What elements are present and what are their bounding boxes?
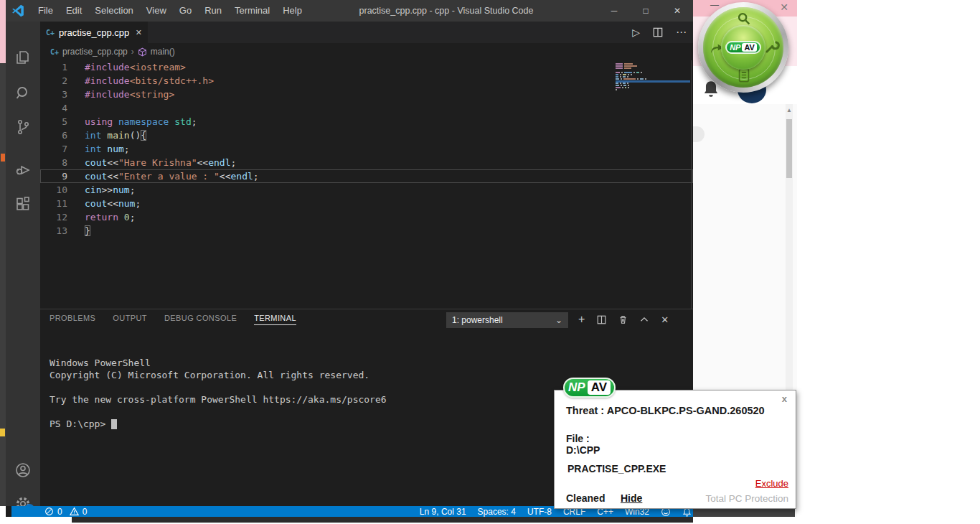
split-editor-icon[interactable] xyxy=(653,27,663,37)
npav-close-icon[interactable]: ✕ xyxy=(780,1,788,13)
line-number: 4 xyxy=(40,101,67,115)
line-text: int num; xyxy=(67,142,130,156)
line-text xyxy=(67,101,85,115)
cleaned-status: Cleaned xyxy=(566,492,605,504)
scrollbar-up-arrow[interactable]: ▲ xyxy=(786,106,793,115)
background-window-left-edge-bottom xyxy=(0,506,6,524)
tab-practise-cpp[interactable]: C+ practise_cpp.cpp ✕ xyxy=(40,22,148,43)
source-control-icon[interactable] xyxy=(14,118,32,136)
account-icon[interactable] xyxy=(14,462,32,479)
explorer-icon[interactable] xyxy=(14,49,32,66)
breadcrumb-symbol[interactable]: main() xyxy=(151,47,175,57)
status-item-utf-8[interactable]: UTF-8 xyxy=(527,507,552,517)
menu-view[interactable]: View xyxy=(140,0,173,22)
hide-link[interactable]: Hide xyxy=(621,492,642,504)
error-count: 0 xyxy=(57,507,62,517)
npav-dial-widget[interactable]: NP AV xyxy=(698,2,788,93)
npav-logo-av: AV xyxy=(742,43,756,52)
status-item-ln-9-col-31[interactable]: Ln 9, Col 31 xyxy=(420,507,466,517)
breadcrumb-file[interactable]: practise_cpp.cpp xyxy=(62,47,128,57)
popup-close-icon[interactable]: x xyxy=(782,393,787,404)
line-number: 8 xyxy=(40,156,67,169)
status-problems[interactable]: 0 0 xyxy=(44,507,87,517)
status-item-spaces-4[interactable]: Spaces: 4 xyxy=(478,507,516,517)
window-controls: ─ □ ✕ xyxy=(598,0,693,22)
breadcrumb-separator: › xyxy=(131,47,134,57)
code-line-2[interactable]: 2#include<bits/stdc++.h> xyxy=(40,74,693,88)
code-line-4[interactable]: 4 xyxy=(40,101,693,115)
menu-go[interactable]: Go xyxy=(173,0,198,22)
minimize-button[interactable]: ─ xyxy=(598,0,630,22)
line-number: 5 xyxy=(40,115,67,128)
line-number: 7 xyxy=(40,142,67,156)
tab-close-icon[interactable]: ✕ xyxy=(136,28,142,37)
menu-file[interactable]: File xyxy=(32,0,60,22)
panel-tab-debug-console[interactable]: DEBUG CONSOLE xyxy=(164,314,237,325)
kill-terminal-trash-icon[interactable] xyxy=(618,314,628,324)
search-icon[interactable] xyxy=(14,85,32,102)
file-path: D:\CPP xyxy=(566,444,600,456)
panel-tab-output[interactable]: OUTPUT xyxy=(113,314,147,325)
line-text: return 0; xyxy=(67,210,135,224)
line-text: int main(){ xyxy=(67,128,146,142)
npav-logo-av: AV xyxy=(588,380,611,395)
panel-tab-problems[interactable]: PROBLEMS xyxy=(50,314,95,325)
code-line-13[interactable]: 13} xyxy=(40,224,693,238)
split-terminal-icon[interactable] xyxy=(597,315,606,324)
line-number: 1 xyxy=(40,60,67,74)
npav-threat-popup: NP AV x Threat : APCO-BLKPC.PS-GAND.2605… xyxy=(554,390,796,509)
line-text: } xyxy=(67,224,90,238)
new-terminal-icon[interactable]: + xyxy=(578,313,585,326)
code-line-11[interactable]: 11cout<<num; xyxy=(40,197,693,210)
code-line-6[interactable]: 6int main(){ xyxy=(40,128,693,142)
cpp-file-icon: C+ xyxy=(50,48,59,56)
menu-list-icon[interactable] xyxy=(736,67,752,83)
tools-wrench-icon[interactable] xyxy=(763,39,781,57)
npav-minimize-icon[interactable]: — xyxy=(710,0,719,10)
scrollbar-thumb[interactable] xyxy=(786,119,792,178)
npav-dial-face: NP AV xyxy=(703,7,783,88)
run-debug-icon[interactable] xyxy=(14,162,32,179)
background-desktop-speck xyxy=(1,154,5,162)
error-icon xyxy=(44,507,54,516)
menu-selection[interactable]: Selection xyxy=(88,0,139,22)
editor-actions: ▷ ⋯ xyxy=(632,22,687,43)
npav-dial-center-button[interactable]: NP AV xyxy=(721,25,765,70)
code-line-10[interactable]: 10cin>>num; xyxy=(40,183,693,197)
code-line-5[interactable]: 5using namespace std; xyxy=(40,115,693,128)
shell-select[interactable]: 1: powershell ⌄ xyxy=(446,312,568,328)
code-line-8[interactable]: 8cout<<"Hare Krishna"<<endl; xyxy=(40,156,693,169)
menu-run[interactable]: Run xyxy=(198,0,228,22)
maximize-panel-chevron-icon[interactable] xyxy=(640,315,649,324)
panel-actions: + ✕ xyxy=(578,312,669,327)
minimap[interactable] xyxy=(616,63,690,149)
menu-terminal[interactable]: Terminal xyxy=(228,0,276,22)
run-button[interactable]: ▷ xyxy=(632,27,640,38)
code-line-1[interactable]: 1#include<iostream> xyxy=(40,60,693,74)
line-number: 12 xyxy=(40,210,67,224)
extensions-icon[interactable] xyxy=(14,196,32,213)
minimap-content xyxy=(616,63,690,91)
file-name: PRACTISE_CPP.EXE xyxy=(567,463,666,474)
minimap-current-line xyxy=(616,80,690,83)
menu-edit[interactable]: Edit xyxy=(60,0,88,22)
panel-tab-terminal[interactable]: TERMINAL xyxy=(254,314,296,325)
code-line-12[interactable]: 12return 0; xyxy=(40,210,693,224)
line-text: cout<<"Enter a value : "<<endl; xyxy=(67,169,259,183)
npav-logo: NP AV xyxy=(725,41,761,54)
close-panel-icon[interactable]: ✕ xyxy=(661,314,669,325)
terminal-line: Windows PowerShell xyxy=(50,357,681,369)
exclude-link[interactable]: Exclude xyxy=(755,478,788,489)
maximize-button[interactable]: □ xyxy=(630,0,661,22)
more-actions-icon[interactable]: ⋯ xyxy=(676,26,687,39)
code-line-9[interactable]: 9cout<<"Enter a value : "<<endl; xyxy=(40,169,693,183)
code-line-7[interactable]: 7int num; xyxy=(40,142,693,156)
line-text: cout<<num; xyxy=(67,197,141,210)
close-button[interactable]: ✕ xyxy=(661,0,693,22)
line-text: #include<string> xyxy=(67,88,174,101)
background-window-left-edge xyxy=(0,0,6,63)
scan-magnifier-icon[interactable] xyxy=(736,11,752,27)
code-line-3[interactable]: 3#include<string> xyxy=(40,88,693,101)
npav-logo-np: NP xyxy=(730,43,740,52)
code-editor[interactable]: 1#include<iostream>2#include<bits/stdc++… xyxy=(40,60,693,309)
